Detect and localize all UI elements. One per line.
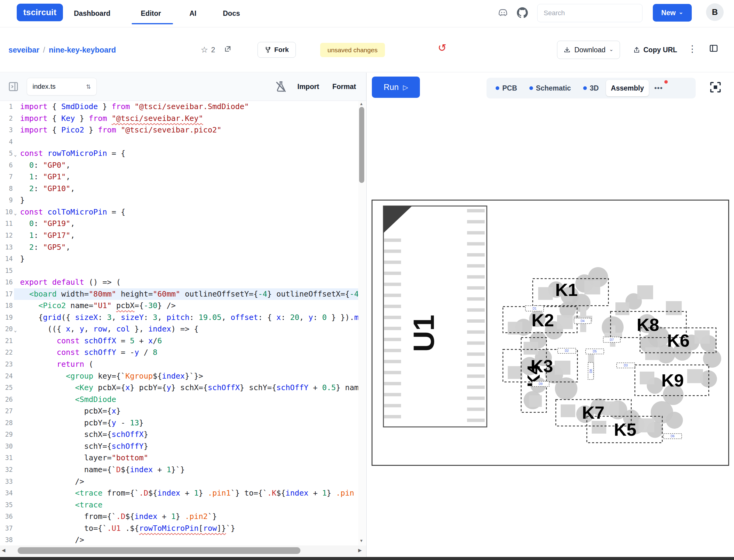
- code-line[interactable]: 2import { Key } from "@tsci/seveibar.Key…: [0, 113, 358, 125]
- tab-3d[interactable]: 3D: [578, 80, 604, 96]
- code-line[interactable]: 15: [0, 265, 358, 277]
- tscircuit-logo[interactable]: tscircuit: [17, 4, 63, 21]
- discord-icon[interactable]: [498, 7, 508, 18]
- scroll-left-icon[interactable]: ◀: [2, 548, 5, 553]
- star-icon[interactable]: ☆: [201, 45, 208, 55]
- nav-item-ai[interactable]: AI: [189, 0, 196, 27]
- avatar[interactable]: B: [706, 3, 724, 21]
- search-input[interactable]: Search: [537, 4, 643, 22]
- file-select[interactable]: index.ts ⇅: [27, 78, 97, 95]
- nav-item-docs[interactable]: Docs: [223, 0, 240, 27]
- import-button[interactable]: Import: [297, 73, 319, 101]
- code-editor[interactable]: 1import { SmdDiode } from "@tsci/seveiba…: [0, 101, 358, 545]
- external-link-icon[interactable]: [224, 45, 232, 55]
- file-select-value: index.ts: [33, 83, 56, 91]
- new-button[interactable]: New ⌄: [653, 4, 692, 22]
- horizontal-scroll-thumb[interactable]: [18, 547, 300, 554]
- code-line[interactable]: 5⌄const rowToMicroPin = {: [0, 148, 358, 160]
- fold-icon[interactable]: ⌄: [14, 208, 17, 219]
- code-line[interactable]: 35 <trace: [0, 499, 358, 511]
- code-line[interactable]: 9}: [0, 194, 358, 206]
- code-line[interactable]: 29 schX={schOffX}: [0, 429, 358, 441]
- u1-pin: [467, 363, 485, 367]
- code-line[interactable]: 17 <board width="80mm" height="60mm" out…: [0, 288, 358, 300]
- fold-icon[interactable]: ⌄: [14, 149, 17, 161]
- line-number: 5: [0, 148, 13, 160]
- code-line[interactable]: 18 <Pico2 name="U1" pcbX={-30} />: [0, 300, 358, 312]
- code-line[interactable]: 13 2: "GP5",: [0, 242, 358, 253]
- code-line[interactable]: 30 schY={schOffY}: [0, 441, 358, 452]
- github-icon[interactable]: [517, 7, 528, 18]
- tab-schematic[interactable]: Schematic: [525, 80, 576, 96]
- line-number: 13: [0, 242, 13, 253]
- code-line[interactable]: 16export default () => (: [0, 277, 358, 288]
- fork-button[interactable]: Fork: [257, 42, 296, 58]
- editor-horizontal-scrollbar[interactable]: ◀ ▶: [0, 545, 366, 556]
- undo-icon[interactable]: ↺: [438, 42, 447, 54]
- download-button[interactable]: Download ⌄: [557, 41, 620, 59]
- editor-toolbar: index.ts ⇅ Import Format: [0, 73, 366, 101]
- code-line[interactable]: 24 <group key={`Kgroup${index}`}>: [0, 370, 358, 382]
- code-line[interactable]: 21 const schOffX = 5 + x/6: [0, 335, 358, 347]
- panel-divider[interactable]: [366, 73, 367, 557]
- format-button[interactable]: Format: [332, 73, 356, 101]
- code-line[interactable]: 8 2: "GP10",: [0, 183, 358, 195]
- scroll-down-icon[interactable]: ▼: [359, 538, 363, 543]
- tab-pcb[interactable]: PCB: [491, 80, 522, 96]
- run-button[interactable]: Run ▷: [372, 77, 420, 98]
- diode-label-d6: D6: [671, 435, 675, 438]
- star-count: 2: [211, 46, 215, 54]
- code-line[interactable]: 34 <trace from={`.D${index + 1} .pin1`} …: [0, 487, 358, 499]
- code-line[interactable]: 22 const schOffY = -y / 8: [0, 347, 358, 359]
- code-line[interactable]: 26 <SmdDiode: [0, 394, 358, 406]
- copy-url-button[interactable]: Copy URL: [633, 41, 677, 59]
- u1-pin: [384, 338, 401, 341]
- scroll-up-icon[interactable]: ▲: [359, 101, 363, 106]
- code-line[interactable]: 27 pcbX={x}: [0, 405, 358, 417]
- line-number: 30: [0, 441, 13, 452]
- nav-item-dashboard[interactable]: Dashboard: [74, 0, 110, 27]
- line-number: 37: [0, 523, 13, 534]
- tab-assembly[interactable]: Assembly: [606, 80, 649, 96]
- code-line[interactable]: 4: [0, 136, 358, 148]
- u1-pin: [467, 242, 485, 246]
- code-line[interactable]: 23 return (: [0, 359, 358, 370]
- code-line[interactable]: 37 to={`.U1 .${rowToMicroPin[row]}`}: [0, 523, 358, 534]
- star-group[interactable]: ☆ 2: [201, 28, 232, 72]
- code-line[interactable]: 7 1: "GP1",: [0, 171, 358, 183]
- pad-square: [555, 361, 570, 375]
- code-line[interactable]: 33 />: [0, 476, 358, 488]
- u1-pin: [384, 283, 401, 286]
- code-line[interactable]: 6 0: "GP0",: [0, 160, 358, 171]
- scroll-right-icon[interactable]: ▶: [358, 548, 362, 553]
- u1-pin: [384, 415, 401, 418]
- code-line[interactable]: 32 name={`D${index + 1}`}: [0, 464, 358, 476]
- tabs-more-button[interactable]: •••: [651, 84, 666, 92]
- code-line[interactable]: 36 from={`.D${index + 1} .pin2`}: [0, 511, 358, 523]
- code-line[interactable]: 19 {grid({ sizeX: 3, sizeY: 3, pitch: 19…: [0, 312, 358, 324]
- code-line[interactable]: 28 pcbY={y - 13}: [0, 417, 358, 429]
- code-line[interactable]: 25 <Key pcbX={x} pcbY={y} schX={schOffX}…: [0, 382, 358, 394]
- code-line[interactable]: 20⌄ (({ x, y, row, col }, index) => {: [0, 323, 358, 335]
- editor-vertical-scrollbar[interactable]: ▲ ▼: [358, 101, 365, 545]
- fullscreen-icon[interactable]: [708, 80, 722, 95]
- code-line[interactable]: 11 0: "GP19",: [0, 218, 358, 230]
- u1-pin: [467, 209, 485, 212]
- code-line[interactable]: 12 1: "GP17",: [0, 230, 358, 242]
- fold-icon[interactable]: ⌄: [14, 325, 17, 336]
- code-line[interactable]: 10⌄const colToMicroPin = {: [0, 206, 358, 218]
- code-line[interactable]: 14}: [0, 253, 358, 265]
- owner-link[interactable]: seveibar: [9, 46, 39, 54]
- code-line[interactable]: 3import { Pico2 } from "@tsci/seveibar.p…: [0, 124, 358, 136]
- sidebar-expand-icon[interactable]: [7, 80, 19, 94]
- code-line[interactable]: 31 layer="bottom": [0, 452, 358, 464]
- more-menu-icon[interactable]: ⋮: [688, 43, 697, 54]
- assembly-canvas[interactable]: U1K1K2K3K4K8K6K9K7K5D1D4D7D2D5D8D3D9D6: [372, 200, 729, 466]
- code-line[interactable]: 1import { SmdDiode } from "@tsci/seveiba…: [0, 101, 358, 113]
- project-link[interactable]: nine-key-keyboard: [49, 46, 116, 54]
- vertical-scroll-thumb[interactable]: [359, 107, 364, 183]
- pad-square: [640, 372, 654, 384]
- toggle-panel-icon[interactable]: [708, 43, 719, 54]
- code-line[interactable]: 38 />: [0, 534, 358, 545]
- flask-off-icon[interactable]: [274, 80, 287, 94]
